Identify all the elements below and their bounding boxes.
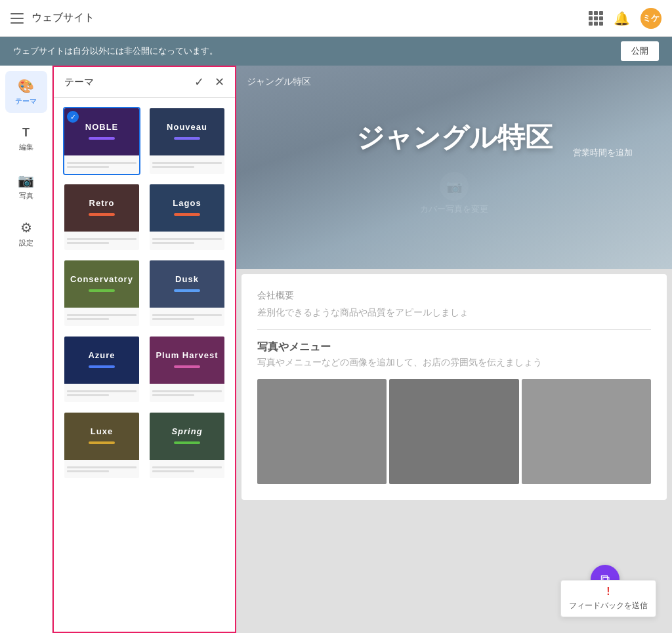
theme-panel-title: テーマ (64, 76, 194, 89)
sidebar-item-edit[interactable]: T 編集 (5, 118, 47, 160)
edit-icon: T (22, 126, 30, 140)
hero-title: ジャングル特区 (356, 119, 553, 156)
theme-color-bar (89, 137, 115, 140)
theme-line-2 (152, 166, 194, 168)
theme-card-top: ✓ NOBLE (64, 108, 139, 155)
theme-name: Spring (171, 426, 202, 436)
theme-color-bar (174, 365, 200, 368)
theme-name: Nouveau (167, 122, 207, 132)
theme-card-azure[interactable]: Azure (63, 335, 140, 403)
notification-icon[interactable]: 🔔 (614, 10, 630, 26)
content-area: ジャングル特区 ジャングル特区 営業時間を追加 📷 カバー写真を変更 会社概要 … (236, 66, 672, 633)
theme-name: Azure (88, 350, 115, 360)
hamburger-icon[interactable] (10, 13, 24, 24)
theme-card-top: Spring (150, 413, 224, 460)
theme-panel-header: テーマ ✓ ✕ (54, 67, 235, 98)
theme-line-1 (67, 162, 136, 164)
theme-card-bottom (64, 308, 139, 326)
hero-section: ジャングル特区 ジャングル特区 営業時間を追加 📷 カバー写真を変更 (236, 66, 672, 269)
theme-card-bottom (150, 232, 224, 250)
theme-card-top: Dusk (150, 260, 224, 308)
theme-card-plumharvest[interactable]: Plum Harvest (148, 335, 226, 403)
theme-panel-actions: ✓ ✕ (194, 75, 224, 89)
theme-name: Conservatory (70, 274, 133, 284)
theme-card-conservatory[interactable]: Conservatory (63, 259, 140, 327)
photos-section-desc: 写真やメニューなどの画像を追加して、お店の雰囲気を伝えましょう (257, 357, 651, 369)
theme-color-bar (174, 441, 200, 444)
theme-card-dusk[interactable]: Dusk (148, 259, 226, 327)
theme-icon: 🎨 (18, 78, 34, 94)
hero-page-label: ジャングル特区 (247, 76, 311, 88)
theme-card-retro[interactable]: Retro (63, 183, 140, 251)
theme-card-nouveau[interactable]: Nouveau (148, 107, 226, 175)
close-icon[interactable]: ✕ (215, 75, 224, 89)
theme-line-2 (67, 166, 109, 168)
theme-name: Dusk (175, 274, 199, 284)
sidebar-label-photo: 写真 (19, 191, 33, 201)
selected-badge: ✓ (67, 111, 79, 123)
avatar[interactable]: ミケ (640, 8, 662, 29)
theme-color-bar (174, 289, 200, 292)
top-bar-right: 🔔 ミケ (589, 8, 662, 29)
company-section-desc: 差別化できるような商品や品質をアピールしましょ (257, 307, 651, 319)
confirm-icon[interactable]: ✓ (194, 75, 204, 89)
theme-card-lagos[interactable]: Lagos (148, 183, 226, 251)
publish-button[interactable]: 公開 (621, 41, 659, 61)
content-inner: 会社概要 差別化できるような商品や品質をアピールしましょ 写真やメニュー 写真や… (242, 274, 667, 500)
theme-line-1 (67, 314, 136, 316)
sidebar-item-theme[interactable]: 🎨 テーマ (5, 71, 47, 113)
photo-cell-3 (522, 379, 651, 484)
feedback-label: フィードバックを送信 (569, 600, 648, 611)
photos-section-title: 写真やメニュー (257, 340, 651, 354)
theme-card-luxe[interactable]: Luxe (63, 411, 140, 480)
photo-grid (257, 379, 651, 484)
settings-icon: ⚙ (20, 220, 32, 235)
theme-panel: テーマ ✓ ✕ ✓ NOBLE Nouvea (52, 66, 236, 633)
theme-card-bottom (64, 232, 139, 250)
theme-line-2 (67, 242, 109, 244)
theme-line-2 (152, 318, 194, 320)
theme-line-1 (67, 390, 136, 392)
theme-name: Luxe (91, 426, 113, 436)
theme-color-bar (174, 213, 200, 216)
theme-card-noble[interactable]: ✓ NOBLE (63, 107, 140, 175)
photo-cell-2 (389, 379, 518, 484)
theme-line-2 (152, 242, 194, 244)
theme-card-top: Retro (64, 184, 139, 232)
top-bar: ウェブサイト 🔔 ミケ (0, 0, 672, 37)
company-section-title: 会社概要 (257, 290, 651, 302)
theme-card-bottom (64, 460, 139, 478)
theme-card-spring[interactable]: Spring (148, 411, 226, 480)
theme-line-1 (152, 390, 222, 392)
theme-line-2 (67, 318, 109, 320)
photos-section: 写真やメニュー 写真やメニューなどの画像を追加して、お店の雰囲気を伝えましょう (257, 340, 651, 484)
theme-card-bottom (150, 155, 224, 174)
sidebar-label-settings: 設定 (19, 238, 33, 248)
theme-line-2 (152, 470, 194, 472)
sidebar-item-settings[interactable]: ⚙ 設定 (5, 213, 47, 255)
theme-color-bar (89, 213, 115, 216)
feedback-icon: ! (606, 586, 610, 598)
divider-1 (257, 329, 651, 330)
theme-card-top: Plum Harvest (150, 337, 224, 384)
theme-line-1 (152, 466, 222, 468)
sidebar-item-photo[interactable]: 📷 写真 (5, 165, 47, 207)
theme-card-bottom (64, 155, 139, 174)
theme-line-2 (67, 394, 109, 396)
theme-card-top: Nouveau (150, 108, 224, 155)
theme-name: NOBLE (85, 122, 119, 132)
sidebar-label-edit: 編集 (19, 142, 33, 152)
theme-line-2 (67, 470, 109, 472)
theme-card-top: Lagos (150, 184, 224, 232)
theme-color-bar (89, 441, 115, 444)
sidebar-label-theme: テーマ (15, 96, 37, 106)
theme-line-2 (152, 394, 194, 396)
company-section: 会社概要 差別化できるような商品や品質をアピールしましょ (257, 290, 651, 319)
theme-name: Lagos (173, 198, 201, 208)
app-title: ウェブサイト (32, 11, 94, 25)
theme-card-bottom (150, 384, 224, 402)
add-hours-label[interactable]: 営業時間を追加 (573, 147, 633, 159)
theme-color-bar (89, 289, 115, 292)
apps-icon[interactable] (589, 11, 603, 26)
feedback-button[interactable]: ! フィードバックを送信 (560, 580, 656, 617)
